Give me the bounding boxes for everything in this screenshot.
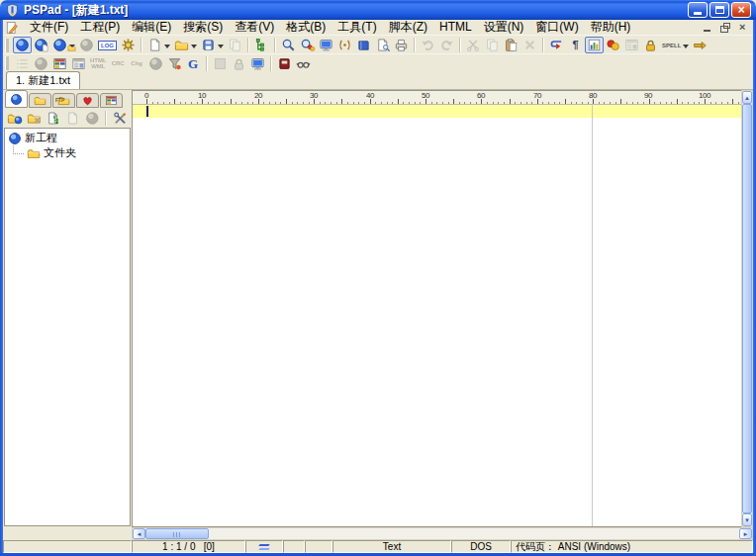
menu-html[interactable]: HTML: [433, 20, 478, 35]
crc-button[interactable]: CRC: [109, 55, 128, 72]
maximize-button[interactable]: [709, 2, 729, 18]
menu-scripts[interactable]: 脚本(Z): [383, 20, 433, 35]
goto-line-button[interactable]: [335, 37, 354, 53]
editor-text-area[interactable]: [133, 105, 741, 526]
open-file-button[interactable]: [172, 37, 199, 53]
project-remove-button[interactable]: [25, 110, 44, 126]
code-clips-button[interactable]: [354, 37, 373, 53]
mdi-restore-button[interactable]: [717, 22, 731, 34]
scroll-down-button[interactable]: ▼: [742, 513, 752, 526]
vertical-scroll-thumb[interactable]: [742, 104, 752, 513]
cut-button[interactable]: [464, 37, 483, 53]
project-compile-button[interactable]: [83, 110, 102, 126]
dropdown-arrow-icon[interactable]: [191, 45, 197, 51]
open-project-file-button[interactable]: [50, 37, 77, 53]
project-options-button[interactable]: [111, 110, 130, 126]
title-bar[interactable]: PSPad - [新建1.txt] ×: [0, 0, 756, 20]
color-select-button[interactable]: [604, 37, 622, 53]
save-project-button[interactable]: [77, 37, 96, 53]
open-project-button[interactable]: [13, 37, 32, 53]
search-icon: [382, 44, 391, 52]
menu-format[interactable]: 格式(B): [280, 20, 331, 35]
search-button[interactable]: [279, 37, 298, 53]
menu-project[interactable]: 工程(P): [74, 20, 126, 35]
line-numbers-button[interactable]: [13, 55, 32, 72]
reformat-button[interactable]: [146, 55, 165, 72]
new-file-button[interactable]: [145, 37, 172, 53]
menu-file[interactable]: 文件(F): [24, 20, 74, 35]
show-formatting-button[interactable]: ¶: [566, 37, 585, 53]
copy-button[interactable]: [483, 37, 502, 53]
minimize-button[interactable]: [688, 2, 708, 18]
menu-view[interactable]: 查看(V): [229, 20, 280, 35]
menu-help[interactable]: 帮助(H): [585, 20, 637, 35]
project-add-folder-button[interactable]: [5, 110, 24, 126]
save-file-button[interactable]: [199, 37, 226, 53]
dropdown-arrow-icon[interactable]: [683, 45, 689, 51]
toolbar-grip[interactable]: [5, 56, 9, 70]
fullscreen-button[interactable]: [211, 55, 230, 72]
print-preview-button[interactable]: [373, 37, 392, 53]
search-in-files-button[interactable]: [317, 37, 335, 53]
log-window-button[interactable]: [275, 55, 294, 72]
menu-edit[interactable]: 编辑(E): [126, 20, 177, 35]
new-project-button[interactable]: [32, 37, 50, 53]
scroll-up-button[interactable]: ▲: [742, 91, 752, 104]
menu-search[interactable]: 搜索(S): [177, 20, 229, 35]
html-wml-button[interactable]: HTML WML: [88, 55, 109, 72]
vertical-scrollbar[interactable]: ▲ ▼: [741, 90, 753, 527]
sort-button[interactable]: [32, 55, 50, 72]
project-root-item[interactable]: 新工程: [5, 131, 130, 145]
mdi-minimize-button[interactable]: [700, 22, 713, 34]
system-window-button[interactable]: [248, 55, 267, 72]
vertical-scroll-track[interactable]: [742, 104, 752, 513]
html-form-button[interactable]: [69, 55, 88, 72]
mdi-minimize-icon: [704, 30, 710, 32]
paste-button[interactable]: [502, 37, 520, 53]
archive-button[interactable]: [230, 55, 248, 72]
dropdown-arrow-icon[interactable]: [218, 45, 224, 51]
menu-tools[interactable]: 工具(T): [331, 20, 382, 35]
code-explorer-button[interactable]: [585, 37, 604, 53]
scroll-right-button[interactable]: ►: [739, 528, 752, 539]
redo-button[interactable]: [437, 37, 456, 53]
tab-new1-txt[interactable]: 1. 新建1.txt: [6, 71, 80, 89]
sidebar-tab-ftp[interactable]: FTP: [52, 93, 75, 108]
project-settings-button[interactable]: [119, 37, 138, 53]
ftp-label: FTP: [55, 97, 64, 103]
text-diff-button[interactable]: [622, 37, 641, 53]
replace-button[interactable]: [298, 37, 317, 53]
project-log-button[interactable]: LOG: [96, 37, 119, 53]
menu-window[interactable]: 窗口(W): [529, 20, 584, 35]
lock-file-button[interactable]: [641, 37, 660, 53]
horizontal-scrollbar[interactable]: ◄ ►: [132, 527, 753, 540]
word-wrap-button[interactable]: [547, 37, 566, 53]
delete-button[interactable]: [520, 37, 539, 53]
file-explorer-button[interactable]: [252, 37, 271, 53]
spell-check-button[interactable]: SPELL: [660, 37, 691, 53]
code-format-button[interactable]: [165, 55, 184, 72]
sidebar-tab-templates[interactable]: [100, 93, 123, 108]
horizontal-scroll-thumb[interactable]: [145, 528, 209, 539]
horizontal-scroll-track[interactable]: [145, 528, 739, 539]
mdi-close-button[interactable]: ×: [735, 22, 749, 34]
menu-settings[interactable]: 设置(N): [478, 20, 530, 35]
html-table-button[interactable]: [50, 55, 69, 72]
scroll-left-button[interactable]: ◄: [133, 528, 145, 539]
save-all-button[interactable]: [226, 37, 244, 53]
sidebar-tab-favorites[interactable]: [76, 93, 99, 108]
print-button[interactable]: [392, 37, 411, 53]
project-folder-item[interactable]: 文件夹: [5, 145, 130, 160]
stay-on-top-button[interactable]: [691, 37, 709, 53]
sidebar-tab-project[interactable]: [5, 90, 28, 108]
google-search-button[interactable]: G: [184, 55, 203, 72]
project-remove-file-button[interactable]: [63, 110, 82, 126]
project-add-file-button[interactable]: [44, 110, 62, 126]
sidebar-tab-files[interactable]: [29, 93, 51, 108]
preview-button[interactable]: [294, 55, 313, 72]
change-case-button[interactable]: Chg: [128, 55, 146, 72]
toolbar-grip[interactable]: [5, 39, 9, 52]
dropdown-arrow-icon[interactable]: [164, 45, 170, 51]
close-button[interactable]: ×: [731, 2, 751, 18]
undo-button[interactable]: [419, 37, 437, 53]
